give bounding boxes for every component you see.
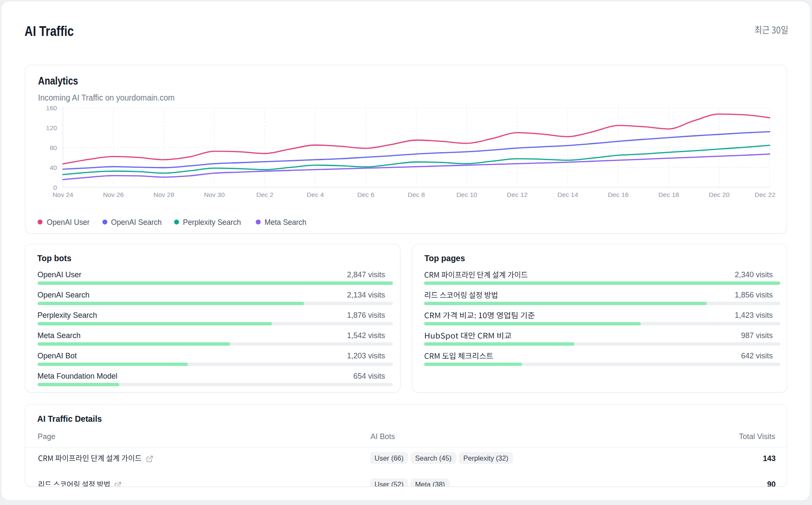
svg-text:Dec 4: Dec 4 bbox=[307, 191, 324, 198]
svg-text:Dec 20: Dec 20 bbox=[709, 191, 730, 198]
svg-text:Dec 12: Dec 12 bbox=[507, 191, 528, 198]
svg-text:Dec 22: Dec 22 bbox=[754, 191, 775, 198]
svg-text:Nov 30: Nov 30 bbox=[204, 191, 225, 198]
svg-text:Dec 14: Dec 14 bbox=[557, 191, 578, 198]
svg-text:Nov 24: Nov 24 bbox=[52, 191, 73, 198]
svg-text:Dec 8: Dec 8 bbox=[408, 191, 425, 198]
svg-text:OpenAI Search: OpenAI Search bbox=[111, 218, 162, 226]
svg-text:Nov 28: Nov 28 bbox=[154, 191, 174, 198]
svg-text:0: 0 bbox=[53, 183, 57, 191]
svg-text:80: 80 bbox=[49, 144, 57, 151]
svg-text:Dec 2: Dec 2 bbox=[256, 191, 274, 198]
svg-text:Dec 10: Dec 10 bbox=[456, 191, 477, 198]
svg-text:Dec 6: Dec 6 bbox=[357, 191, 375, 198]
svg-text:Dec 18: Dec 18 bbox=[658, 191, 679, 198]
svg-text:160: 160 bbox=[46, 104, 57, 111]
svg-text:120: 120 bbox=[46, 124, 57, 131]
svg-text:Dec 16: Dec 16 bbox=[608, 191, 628, 198]
svg-text:OpenAI User: OpenAI User bbox=[47, 218, 90, 226]
svg-text:Perplexity Search: Perplexity Search bbox=[183, 218, 241, 226]
svg-text:Meta Search: Meta Search bbox=[264, 218, 306, 226]
svg-text:40: 40 bbox=[49, 164, 57, 171]
svg-text:Nov 26: Nov 26 bbox=[103, 191, 124, 198]
